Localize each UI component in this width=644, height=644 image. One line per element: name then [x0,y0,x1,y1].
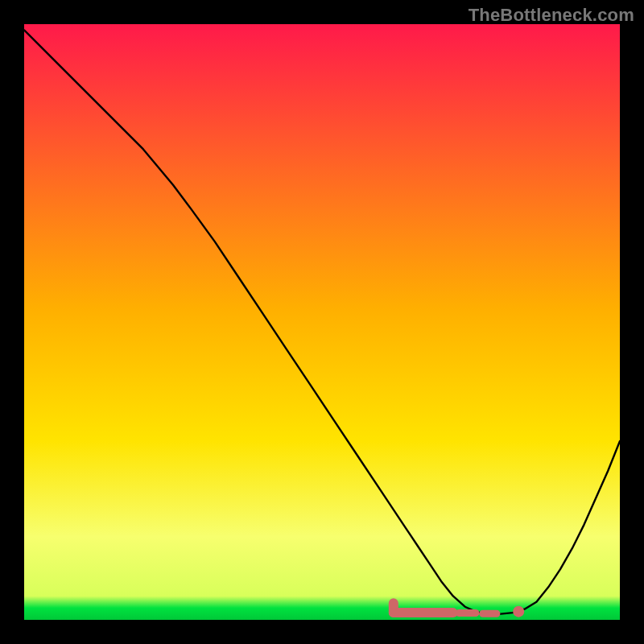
bottleneck-chart [24,24,620,620]
app-frame: TheBottleneck.com [0,0,644,644]
marker-dot [513,606,524,617]
chart-area [24,24,620,620]
watermark-text: TheBottleneck.com [469,5,634,26]
heat-gradient [24,24,620,620]
